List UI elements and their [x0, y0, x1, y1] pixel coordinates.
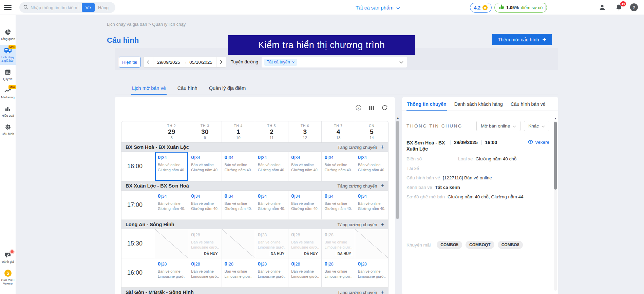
panel-tab-2[interactable]: Danh sách khách hàng	[454, 97, 503, 111]
calendar-scroll-up-icon[interactable]: ▲	[396, 116, 399, 119]
calendar-help-icon[interactable]: ?	[356, 105, 361, 111]
search-segment-ve[interactable]: Vé	[82, 3, 95, 12]
empty-cell[interactable]	[355, 229, 388, 258]
trip-cell[interactable]: 0|34 Bán vé online Giường nằm 40...	[222, 191, 255, 219]
time-label: 16:00	[121, 258, 155, 287]
search-input[interactable]	[31, 5, 78, 10]
date-to: 05/10/2025	[189, 60, 212, 65]
route-select[interactable]: Tất cả tuyến ×	[262, 57, 407, 67]
refresh-icon[interactable]	[382, 105, 387, 111]
notifications-bell-icon[interactable]: 34	[615, 3, 623, 12]
rating-badge[interactable]: 4.2 ★	[470, 3, 492, 13]
panel-scroll-up-icon[interactable]: ▲	[554, 117, 557, 120]
cancelled-badge: ĐÃ HỦY	[335, 251, 353, 256]
trip-cell[interactable]: 0|34 Bán vé online Giường nằm 40...	[155, 152, 188, 181]
next-week-button[interactable]	[216, 57, 226, 67]
breadcrumb[interactable]: Lịch chạy và giá bán > Quản lý lịch chạy	[107, 22, 186, 27]
trip-cell[interactable]: 0|28 Bán vé online Limousine giườ...	[222, 258, 255, 287]
panel-tab-3[interactable]: Cấu hình bán vé	[510, 97, 546, 111]
panel-scrollbar[interactable]	[554, 122, 557, 190]
current-week-button[interactable]: Hiện tại	[119, 57, 140, 67]
sidebar-item-quan-ly-ve[interactable]: Q.lý vé	[0, 66, 16, 83]
capacity: 28	[296, 262, 300, 267]
add-trip-button[interactable]: Tăng cường chuyến +	[338, 289, 384, 294]
trip-cell[interactable]: 0|34 Bán vé online Giường nằm 40...	[288, 191, 321, 219]
bar-chart-icon	[4, 105, 11, 113]
empty-cell[interactable]	[222, 229, 255, 258]
incident-score-badge[interactable]: 1.05% điểm sự cố	[494, 3, 547, 13]
capacity: 34	[162, 194, 167, 199]
remove-chip-icon[interactable]: ×	[292, 60, 295, 65]
trip-cell[interactable]: 0|28 Bán vé online Limousine giườ... ĐÃ …	[288, 229, 321, 258]
trip-cell[interactable]: 0|34 Bán vé online Giường nằm 40...	[255, 191, 288, 219]
trip-cell[interactable]: 0|34 Bán vé online Giường nằm 40...	[355, 152, 388, 181]
thumb-up-icon	[499, 4, 504, 11]
cancelled-badge: ĐÃ HỦY	[302, 251, 320, 256]
account-icon[interactable]	[598, 3, 606, 12]
help-icon[interactable]: ?	[630, 3, 638, 11]
panel-tabs: Thông tin chuyếnDanh sách khách hàngCấu …	[402, 97, 558, 111]
overlay-banner: Kiểm tra hiển thị chương trình	[228, 35, 415, 55]
trip-cell[interactable]: 0|28 Bán vé online Limousine giườ...	[255, 258, 288, 287]
time-label: 15:30	[121, 229, 155, 258]
trip-cell[interactable]: 0|28 Bán vé online Limousine giườ... ĐÃ …	[255, 229, 288, 258]
topbar: Vé Hàng Tất cả sản phẩm 4.2 ★ 1.05% điểm…	[0, 0, 644, 15]
search-box[interactable]: Vé Hàng	[19, 2, 115, 13]
add-trip-button[interactable]: Tăng cường chuyến +	[338, 144, 384, 150]
trip-cell[interactable]: 0|34 Bán vé online Giường nằm 40...	[355, 191, 388, 219]
product-filter-dropdown[interactable]: Tất cả sản phẩm	[356, 0, 400, 15]
trip-cell[interactable]: 0|34 Bán vé online Giường nằm 40...	[255, 152, 288, 181]
sidebar-item-label: Đánh giá	[2, 260, 14, 263]
trip-cell[interactable]: 0|34 Bán vé online Giường nằm 40...	[222, 152, 255, 181]
columns-icon[interactable]	[369, 105, 374, 111]
day-of-week: TH 6	[301, 124, 309, 128]
calendar-scrollbar[interactable]	[396, 121, 399, 219]
promo-chip[interactable]: COMBO8	[498, 241, 523, 249]
empty-cell[interactable]	[155, 229, 188, 258]
main-tab-3[interactable]: Quản lý địa điểm	[208, 83, 247, 95]
search-segment-hang[interactable]: Hàng	[98, 5, 109, 10]
sidebar-item-danh-gia[interactable]: Đánh giá	[0, 249, 16, 266]
date-range-picker: 29/09/2025 → 05/10/2025	[143, 57, 226, 67]
trip-cell[interactable]: 0|28 Bán vé online Limousine giườ...	[321, 258, 355, 287]
main-tab-2[interactable]: Cấu hình	[177, 83, 198, 95]
other-actions-button[interactable]: Khác	[524, 121, 549, 131]
trip-cell[interactable]: 0|34 Bán vé online Giường nằm 40...	[288, 152, 321, 181]
prev-week-button[interactable]	[144, 57, 153, 67]
add-trip-button[interactable]: Tăng cường chuyến +	[338, 221, 384, 228]
sidebar-item-hieu-qua[interactable]: Hiệu quả	[0, 103, 16, 120]
trip-time: 16:00	[485, 140, 497, 145]
trip-cell[interactable]: 0|28 Bán vé online Limousine giườ... ĐÃ …	[321, 229, 355, 258]
sidebar-item-lich-chay-gia-ban[interactable]: Mới Lịch chạy & giá bán	[0, 45, 16, 65]
promo-chip[interactable]: COMBOQT	[466, 241, 494, 249]
trip-cell[interactable]: 0|28 Bán vé online Limousine giườ...	[155, 258, 188, 287]
sale-channel: Bán vé online	[291, 269, 319, 274]
trip-cell[interactable]: 0|28 Bán vé online Limousine giườ...	[288, 258, 321, 287]
trip-cell[interactable]: 0|34 Bán vé online Giường nằm 40...	[321, 152, 355, 181]
menu-toggle-icon[interactable]	[4, 5, 12, 10]
panel-tab-1[interactable]: Thông tin chuyến	[406, 97, 447, 111]
trip-cell[interactable]: 0|28 Bán vé online Limousine giườ...	[188, 258, 221, 287]
date-range[interactable]: 29/09/2025 → 05/10/2025	[153, 57, 216, 67]
sidebar-item-tong-quan[interactable]: Tổng quan	[0, 26, 16, 43]
sold-count: 0	[324, 261, 327, 267]
view-on-vexere-link[interactable]: Vexere	[528, 140, 549, 145]
add-trip-button[interactable]: Tăng cường chuyến +	[338, 183, 384, 189]
day-of-week: TH 4	[234, 124, 243, 128]
sidebar-item-cau-hinh[interactable]: Cấu hình	[0, 121, 16, 138]
sidebar-item-gioi-thieu-vexere[interactable]: $ Giới thiệu Vexere	[0, 268, 16, 288]
add-config-button[interactable]: Thêm mới cấu hình +	[492, 34, 552, 45]
main-tab-1[interactable]: Lịch mở bán vé	[131, 83, 167, 95]
open-online-button[interactable]: Mở bán online	[476, 121, 520, 131]
sidebar-item-label: Q.lý vé	[3, 77, 13, 81]
capacity: 28	[296, 233, 300, 237]
promo-chip[interactable]: COMBO5	[437, 241, 462, 249]
trip-cell[interactable]: 0|34 Bán vé online Giường nằm 40...	[188, 152, 221, 181]
sidebar-item-marketing[interactable]: Mới Marketing	[0, 85, 16, 101]
trip-cell[interactable]: 0|28 Bán vé online Limousine giườ... ĐÃ …	[188, 229, 221, 258]
trip-cell[interactable]: 0|34 Bán vé online Giường nằm 40...	[155, 191, 188, 219]
sold-count: 0	[324, 193, 327, 199]
trip-cell[interactable]: 0|34 Bán vé online Giường nằm 40...	[188, 191, 221, 219]
trip-cell[interactable]: 0|28 Bán vé online Limousine giườ...	[355, 258, 388, 287]
trip-cell[interactable]: 0|34 Bán vé online Giường nằm 40...	[321, 191, 355, 219]
